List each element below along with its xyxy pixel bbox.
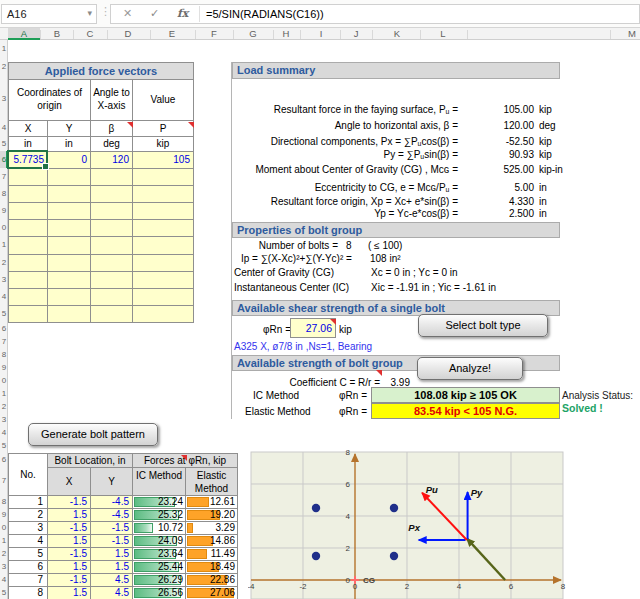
empty-input-cell[interactable] [133,169,194,186]
column-header-I[interactable]: I [311,28,331,40]
row-header-31[interactable]: 1 [0,387,8,400]
bolt-row-y[interactable]: -1.5 [91,522,133,535]
enter-icon[interactable]: ✓ [150,7,159,20]
row-header-41[interactable]: 1 [0,534,8,547]
column-header-A[interactable]: A [14,28,34,40]
row-header-13[interactable]: 3 [0,77,8,120]
row-header-38[interactable]: 8 [0,495,8,508]
row-header-23[interactable]: 3 [0,271,8,288]
cancel-icon[interactable]: ✕ [123,7,132,20]
row-header-37[interactable]: 7 [0,467,8,495]
bolt-row-y[interactable]: -4.5 [91,509,133,522]
row-header-26[interactable]: 6 [0,322,8,335]
empty-input-cell[interactable] [48,203,91,220]
empty-input-cell[interactable] [48,255,91,272]
bolt-row-y[interactable]: 1.5 [91,561,133,574]
bolt-row-x[interactable]: -1.5 [48,522,91,535]
column-header-K[interactable]: K [387,28,407,40]
row-header-35[interactable]: 5 [0,439,8,453]
fill-handle[interactable] [42,163,49,170]
row-header-24[interactable]: 4 [0,288,8,305]
name-box[interactable]: A16 ▾ [1,4,97,24]
empty-input-cell[interactable] [133,186,194,203]
empty-input-cell[interactable] [91,186,133,203]
analyze-button[interactable]: Analyze! [417,357,523,380]
column-header-C[interactable]: C [80,28,100,40]
empty-input-cell[interactable] [48,289,91,306]
row-header-27[interactable]: 7 [0,335,8,348]
bolt-row-x[interactable]: -1.5 [48,574,91,587]
bolt-row-y[interactable]: -1.5 [91,535,133,548]
row-header-14[interactable]: 4 [0,120,8,136]
empty-input-cell[interactable] [91,306,133,323]
row-header-42[interactable]: 2 [0,547,8,560]
bolt-row-x[interactable]: 1.5 [48,509,91,522]
empty-input-cell[interactable] [9,289,48,306]
row-header-11[interactable]: 1 [0,40,8,57]
empty-input-cell[interactable] [133,203,194,220]
bolt-row-x[interactable]: -1.5 [48,496,91,509]
bolt-row-y[interactable]: 4.5 [91,574,133,587]
empty-input-cell[interactable] [9,237,48,255]
empty-input-cell[interactable] [133,306,194,323]
input-value-p[interactable]: 105 [133,152,194,169]
empty-input-cell[interactable] [91,272,133,289]
empty-input-cell[interactable] [91,255,133,272]
bolt-row-x[interactable]: 1.5 [48,535,91,548]
empty-input-cell[interactable] [9,220,48,237]
empty-input-cell[interactable] [9,255,48,272]
row-header-33[interactable]: 3 [0,413,8,426]
row-header-36[interactable]: 6 [0,453,8,467]
row-header-17[interactable]: 7 [0,168,8,185]
empty-input-cell[interactable] [91,237,133,255]
empty-input-cell[interactable] [133,220,194,237]
row-header-43[interactable]: 3 [0,560,8,573]
row-header-28[interactable]: 8 [0,348,8,361]
column-header-H[interactable]: H [276,28,296,40]
column-header-L[interactable]: L [433,28,453,40]
select-bolt-type-button[interactable]: Select bolt type [418,314,548,337]
bolt-row-x[interactable]: 1.5 [48,561,91,574]
input-angle[interactable]: 120 [91,152,133,169]
row-header-19[interactable]: 9 [0,202,8,219]
empty-input-cell[interactable] [91,289,133,306]
empty-input-cell[interactable] [48,272,91,289]
empty-input-cell[interactable] [9,186,48,203]
bolt-row-x[interactable]: 1.5 [48,587,91,599]
row-header-18[interactable]: 8 [0,185,8,202]
empty-input-cell[interactable] [9,203,48,220]
bolt-row-x[interactable]: -1.5 [48,548,91,561]
column-header-G[interactable]: G [243,28,263,40]
row-header-22[interactable]: 2 [0,254,8,271]
empty-input-cell[interactable] [9,169,48,186]
empty-input-cell[interactable] [48,306,91,323]
row-header-25[interactable]: 5 [0,305,8,322]
bolt-row-y[interactable]: -4.5 [91,496,133,509]
empty-input-cell[interactable] [91,220,133,237]
input-y-origin[interactable]: 0 [48,152,91,169]
empty-input-cell[interactable] [48,237,91,255]
row-header-21[interactable]: 1 [0,236,8,254]
row-header-44[interactable]: 4 [0,573,8,586]
column-header-M[interactable]: M [622,28,640,40]
empty-input-cell[interactable] [133,289,194,306]
bolt-chart[interactable]: -4-20246802468PxPyPuCG [248,445,568,599]
empty-input-cell[interactable] [48,220,91,237]
empty-input-cell[interactable] [91,169,133,186]
empty-input-cell[interactable] [9,272,48,289]
column-header-D[interactable]: D [118,28,138,40]
empty-input-cell[interactable] [9,306,48,323]
name-box-dropdown-icon[interactable]: ▾ [87,8,92,18]
empty-input-cell[interactable] [48,186,91,203]
row-header-30[interactable]: 0 [0,374,8,387]
selected-cell-border[interactable] [7,150,48,169]
bolt-row-y[interactable]: 4.5 [91,587,133,599]
bolt-row-y[interactable]: 1.5 [91,548,133,561]
generate-bolt-pattern-button[interactable]: Generate bolt pattern [28,423,158,446]
empty-input-cell[interactable] [133,237,194,255]
formula-input[interactable]: =5/SIN(RADIANS(C16)) [206,8,324,20]
row-header-15[interactable]: 5 [0,136,8,151]
row-header-29[interactable]: 9 [0,361,8,374]
row-header-20[interactable]: 0 [0,219,8,236]
fx-icon[interactable]: fx [177,7,188,20]
